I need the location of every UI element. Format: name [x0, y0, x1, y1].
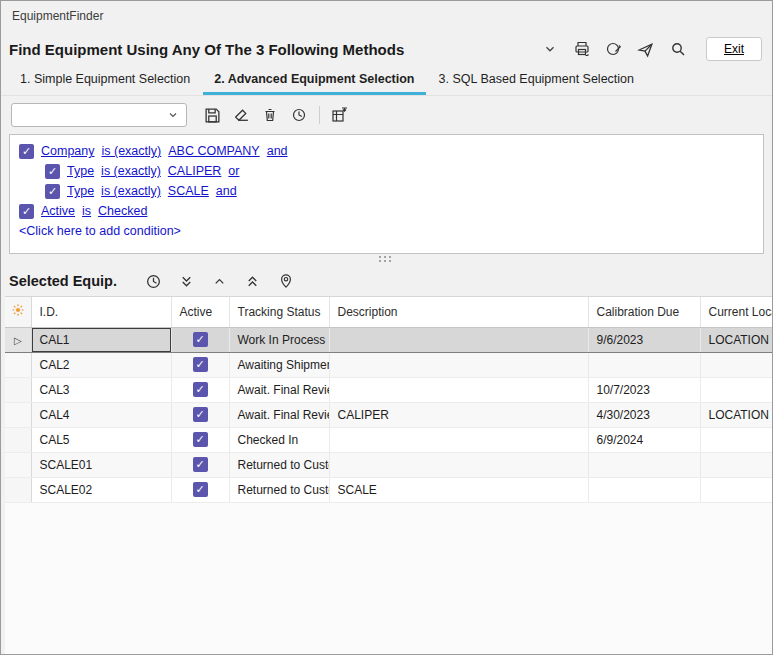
cell-description[interactable]: CALIPER [329, 402, 588, 427]
cell-id[interactable]: CAL1 [31, 327, 171, 352]
print-icon[interactable] [570, 37, 594, 61]
saved-filter-combobox[interactable] [11, 103, 187, 127]
cell-tracking-status[interactable]: Awaiting Shipment [229, 352, 329, 377]
table-row[interactable]: SCALE01✓Returned to Customer [5, 452, 772, 477]
row-indicator-cell[interactable] [5, 477, 31, 502]
row-indicator-cell[interactable] [5, 402, 31, 427]
cell-active[interactable]: ✓ [171, 477, 229, 502]
active-checkbox[interactable]: ✓ [193, 482, 208, 497]
cell-description[interactable]: SCALE [329, 477, 588, 502]
location-pin-icon[interactable] [274, 269, 298, 293]
cell-description[interactable] [329, 352, 588, 377]
cell-calibration-due[interactable]: 6/9/2024 [588, 427, 700, 452]
row-indicator-cell[interactable] [5, 352, 31, 377]
table-row[interactable]: CAL2✓Awaiting Shipment [5, 352, 772, 377]
cell-id[interactable]: SCALE02 [31, 477, 171, 502]
active-checkbox[interactable]: ✓ [193, 382, 208, 397]
cell-current-location[interactable]: LOCATION 1 [700, 402, 772, 427]
column-header-id[interactable]: I.D. [31, 297, 171, 327]
condition-link[interactable]: is (exactly) [101, 184, 161, 198]
cell-calibration-due[interactable]: 4/30/2023 [588, 402, 700, 427]
condition-link[interactable]: is (exactly) [102, 144, 162, 158]
cell-id[interactable]: CAL2 [31, 352, 171, 377]
condition-link[interactable]: or [228, 164, 239, 178]
cell-calibration-due[interactable] [588, 477, 700, 502]
edit-circle-icon[interactable] [602, 37, 626, 61]
cell-id[interactable]: CAL5 [31, 427, 171, 452]
column-header-tracking-status[interactable]: Tracking Status [229, 297, 329, 327]
cell-tracking-status[interactable]: Await. Final Review [229, 377, 329, 402]
eraser-icon[interactable] [229, 103, 253, 127]
cell-current-location[interactable] [700, 377, 772, 402]
condition-link[interactable]: Type [67, 184, 94, 198]
cell-calibration-due[interactable]: 9/6/2023 [588, 327, 700, 352]
column-header-description[interactable]: Description [329, 297, 588, 327]
search-icon[interactable] [666, 37, 690, 61]
condition-checkbox[interactable]: ✓ [45, 164, 60, 179]
column-header-current-location[interactable]: Current Location [700, 297, 772, 327]
chevron-up-icon[interactable] [208, 269, 232, 293]
cell-current-location[interactable] [700, 427, 772, 452]
table-row[interactable]: ▷CAL1✓Work In Process9/6/2023LOCATION 1 [5, 327, 772, 352]
cell-description[interactable] [329, 327, 588, 352]
chevron-down-icon[interactable] [538, 37, 562, 61]
condition-checkbox[interactable]: ✓ [19, 144, 34, 159]
table-row[interactable]: SCALE02✓Returned to CustomerSCALE [5, 477, 772, 502]
cell-calibration-due[interactable]: 10/7/2023 [588, 377, 700, 402]
condition-link[interactable]: and [216, 184, 237, 198]
cell-calibration-due[interactable] [588, 452, 700, 477]
active-checkbox[interactable]: ✓ [193, 407, 208, 422]
column-header-calibration-due[interactable]: Calibration Due [588, 297, 700, 327]
tab-sql-selection[interactable]: 3. SQL Based Equipment Selection [428, 67, 646, 95]
add-condition-link[interactable]: <Click here to add condition> [19, 224, 754, 238]
cell-tracking-status[interactable]: Work In Process [229, 327, 329, 352]
cell-active[interactable]: ✓ [171, 402, 229, 427]
active-checkbox[interactable]: ✓ [193, 432, 208, 447]
condition-link[interactable]: is (exactly) [101, 164, 161, 178]
condition-checkbox[interactable]: ✓ [45, 184, 60, 199]
condition-link[interactable]: SCALE [168, 184, 209, 198]
panel-splitter[interactable] [1, 254, 772, 266]
table-row[interactable]: CAL5✓Checked In6/9/2024 [5, 427, 772, 452]
cell-active[interactable]: ✓ [171, 452, 229, 477]
cell-id[interactable]: CAL3 [31, 377, 171, 402]
condition-link[interactable]: Type [67, 164, 94, 178]
tab-simple-selection[interactable]: 1. Simple Equipment Selection [9, 67, 201, 95]
delete-icon[interactable] [258, 103, 282, 127]
cell-tracking-status[interactable]: Checked In [229, 427, 329, 452]
cell-active[interactable]: ✓ [171, 327, 229, 352]
send-icon[interactable] [634, 37, 658, 61]
condition-link[interactable]: Active [41, 204, 75, 218]
row-indicator-cell[interactable] [5, 377, 31, 402]
table-row[interactable]: CAL3✓Await. Final Review10/7/2023 [5, 377, 772, 402]
condition-link[interactable]: Company [41, 144, 95, 158]
cell-tracking-status[interactable]: Returned to Customer [229, 477, 329, 502]
tab-advanced-selection[interactable]: 2. Advanced Equipment Selection [203, 67, 425, 95]
column-header-active[interactable]: Active [171, 297, 229, 327]
cell-active[interactable]: ✓ [171, 427, 229, 452]
save-icon[interactable] [200, 103, 224, 127]
condition-link[interactable]: ABC COMPANY [168, 144, 259, 158]
active-checkbox[interactable]: ✓ [193, 332, 208, 347]
cell-description[interactable] [329, 452, 588, 477]
condition-checkbox[interactable]: ✓ [19, 204, 34, 219]
grid-corner-cell[interactable] [5, 297, 31, 327]
cell-current-location[interactable]: LOCATION 1 [700, 327, 772, 352]
double-chevron-down-icon[interactable] [175, 269, 199, 293]
cell-calibration-due[interactable] [588, 352, 700, 377]
cell-tracking-status[interactable]: Returned to Customer [229, 452, 329, 477]
row-indicator-cell[interactable] [5, 427, 31, 452]
condition-link[interactable]: CALIPER [168, 164, 222, 178]
column-chooser-icon[interactable] [328, 103, 352, 127]
active-checkbox[interactable]: ✓ [193, 357, 208, 372]
cell-id[interactable]: SCALE01 [31, 452, 171, 477]
cell-active[interactable]: ✓ [171, 377, 229, 402]
cell-current-location[interactable] [700, 352, 772, 377]
exit-button[interactable]: Exit [706, 37, 762, 61]
active-checkbox[interactable]: ✓ [193, 457, 208, 472]
cell-description[interactable] [329, 427, 588, 452]
condition-link[interactable]: is [82, 204, 91, 218]
cell-current-location[interactable] [700, 477, 772, 502]
row-indicator-cell[interactable]: ▷ [5, 327, 31, 352]
condition-link[interactable]: and [267, 144, 288, 158]
